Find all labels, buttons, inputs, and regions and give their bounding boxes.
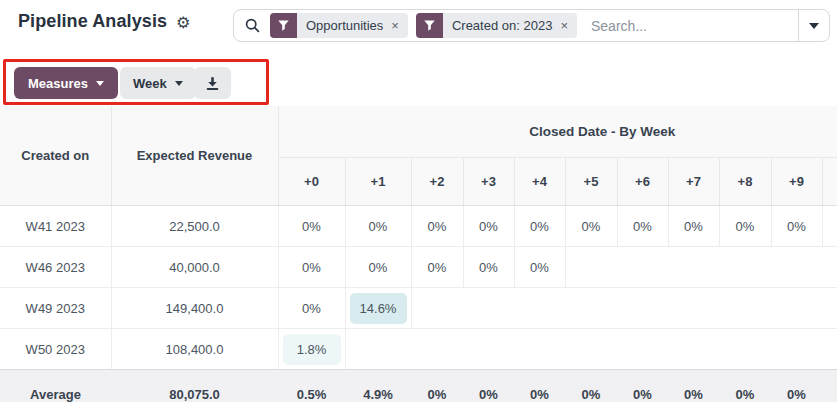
period-column-spacer [822,158,837,206]
average-cell: 0% [514,370,565,403]
gear-icon[interactable]: ⚙ [176,15,190,31]
search-icon [245,18,260,33]
cohort-cell[interactable]: 0% [565,206,617,247]
close-icon[interactable]: × [391,19,399,32]
table-row: W49 2023149,400.00%14.6% [0,288,837,329]
cohort-cell[interactable]: 0% [278,288,345,329]
period-column-header: +4 [514,158,565,206]
cohort-table: Created on Expected Revenue Closed Date … [0,106,837,402]
average-label: Average [0,370,111,403]
cohort-empty-cell [617,288,668,329]
cohort-empty-cell [822,288,837,329]
pipeline-analysis-page: Pipeline Analysis ⚙ Opportunities × Crea… [0,0,837,410]
cohort-empty-cell [514,288,565,329]
filter-icon [270,13,297,38]
facet-label: Opportunities [306,18,383,33]
cohort-empty-cell [822,206,837,247]
cohort-empty-cell [565,247,617,288]
period-column-header: +1 [345,158,411,206]
group-header-closed-date: Closed Date - By Week [278,106,837,158]
cohort-cell[interactable]: 0% [345,206,411,247]
filter-icon [416,13,443,38]
period-column-header: +3 [463,158,514,206]
cohort-empty-cell [668,247,719,288]
cohort-cell[interactable]: 0% [278,247,345,288]
facet-label: Created on: 2023 [452,18,552,33]
cohort-cell[interactable]: 0% [411,247,463,288]
chevron-down-icon [809,23,819,29]
cohort-empty-cell [668,329,719,370]
close-icon[interactable]: × [560,19,568,32]
cohort-empty-cell [771,288,822,329]
search-bar[interactable]: Opportunities × Created on: 2023 × [233,9,830,42]
cohort-cell[interactable]: 0% [668,206,719,247]
cohort-empty-cell [771,329,822,370]
cohort-cell[interactable]: 0% [463,247,514,288]
table-row: W50 2023108,400.01.8% [0,329,837,370]
cohort-cell[interactable]: 0% [278,206,345,247]
average-cell: 0% [771,370,822,403]
cohort-cell[interactable]: 0% [463,206,514,247]
interval-button-label: Week [133,76,167,91]
cohort-empty-cell [719,329,771,370]
download-button[interactable] [194,67,231,99]
period-column-header: +6 [617,158,668,206]
period-column-header: +9 [771,158,822,206]
cohort-table-viewport: Created on Expected Revenue Closed Date … [0,106,837,402]
table-row: W41 202322,500.00%0%0%0%0%0%0%0%0%0% [0,206,837,247]
expected-revenue-value: 108,400.0 [111,329,278,370]
page-header: Pipeline Analysis ⚙ [18,11,190,32]
cohort-empty-cell [565,288,617,329]
cohort-empty-cell [411,329,463,370]
cohort-cell[interactable]: 0% [411,206,463,247]
average-cell: 0% [719,370,771,403]
table-row: W46 202340,000.00%0%0%0%0% [0,247,837,288]
average-empty-cell [822,370,837,403]
average-cell: 0.5% [278,370,345,403]
cohort-empty-cell [345,329,411,370]
period-column-header: +2 [411,158,463,206]
column-header-expected-revenue: Expected Revenue [111,106,278,206]
row-label: W46 2023 [0,247,111,288]
search-facet: Created on: 2023 × [416,13,577,38]
cohort-empty-cell [822,247,837,288]
period-column-header: +8 [719,158,771,206]
cohort-cell[interactable]: 0% [771,206,822,247]
average-cell: 0% [411,370,463,403]
measures-button[interactable]: Measures [14,67,118,99]
cohort-empty-cell [565,329,617,370]
cohort-empty-cell [514,329,565,370]
cohort-empty-cell [668,288,719,329]
cohort-empty-cell [617,247,668,288]
page-title: Pipeline Analysis [18,11,167,32]
expected-revenue-value: 22,500.0 [111,206,278,247]
cohort-cell[interactable]: 0% [345,247,411,288]
search-facets: Opportunities × Created on: 2023 × [270,13,577,38]
interval-button[interactable]: Week [120,67,196,99]
cohort-cell[interactable]: 0% [617,206,668,247]
cohort-empty-cell [719,288,771,329]
average-cell: 0% [463,370,514,403]
expected-revenue-value: 40,000.0 [111,247,278,288]
chevron-down-icon [96,81,104,86]
download-icon [205,76,220,91]
column-header-created-on: Created on [0,106,111,206]
cohort-cell[interactable]: 0% [514,247,565,288]
search-facet: Opportunities × [270,13,408,38]
period-column-header: +7 [668,158,719,206]
expected-revenue-value: 149,400.0 [111,288,278,329]
cohort-empty-cell [411,288,463,329]
average-cell: 0% [565,370,617,403]
cohort-empty-cell [719,247,771,288]
average-expected-revenue: 80,075.0 [111,370,278,403]
cohort-cell[interactable]: 1.8% [278,329,345,370]
average-cell: 0% [668,370,719,403]
search-options-toggle[interactable] [798,10,829,41]
cohort-empty-cell [822,329,837,370]
cohort-cell[interactable]: 0% [514,206,565,247]
cohort-cell[interactable]: 0% [719,206,771,247]
row-label: W49 2023 [0,288,111,329]
cohort-empty-cell [771,247,822,288]
search-input[interactable] [589,17,798,35]
cohort-cell[interactable]: 14.6% [345,288,411,329]
